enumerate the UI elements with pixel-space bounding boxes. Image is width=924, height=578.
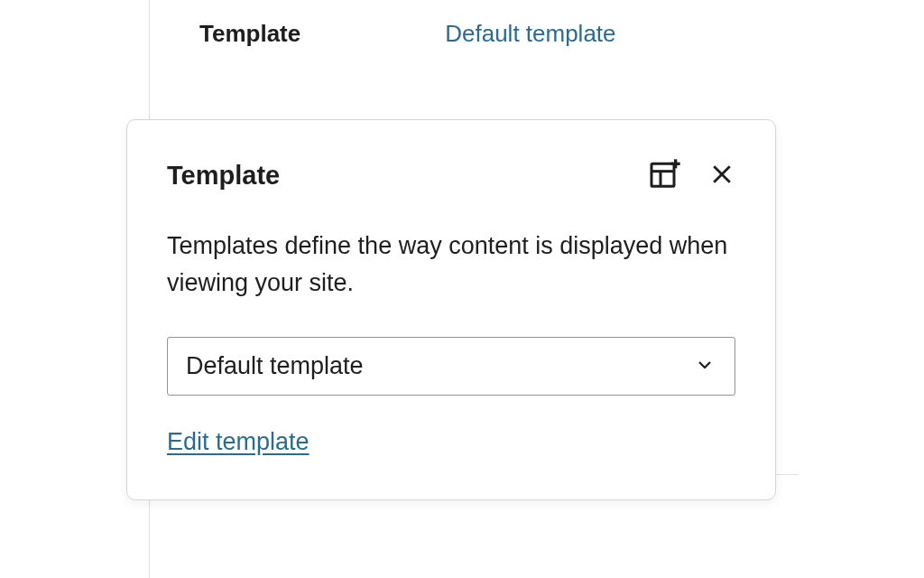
template-popover: Template — [126, 119, 776, 500]
close-icon — [708, 161, 735, 191]
popover-title: Template — [167, 161, 280, 191]
popover-description: Templates define the way content is disp… — [167, 228, 735, 301]
add-template-icon — [647, 156, 683, 195]
template-row[interactable]: Template Default template — [150, 0, 799, 68]
template-select-value: Default template — [186, 352, 364, 380]
close-button[interactable] — [708, 161, 735, 191]
template-select-wrapper: Default template — [167, 337, 735, 396]
popover-header-actions — [647, 156, 735, 195]
new-template-button[interactable] — [647, 156, 683, 195]
template-row-value: Default template — [445, 20, 615, 48]
svg-rect-0 — [651, 163, 674, 186]
template-select[interactable]: Default template — [167, 337, 735, 396]
popover-header: Template — [167, 156, 735, 195]
template-row-label: Template — [199, 20, 300, 48]
edit-template-link[interactable]: Edit template — [167, 428, 310, 456]
